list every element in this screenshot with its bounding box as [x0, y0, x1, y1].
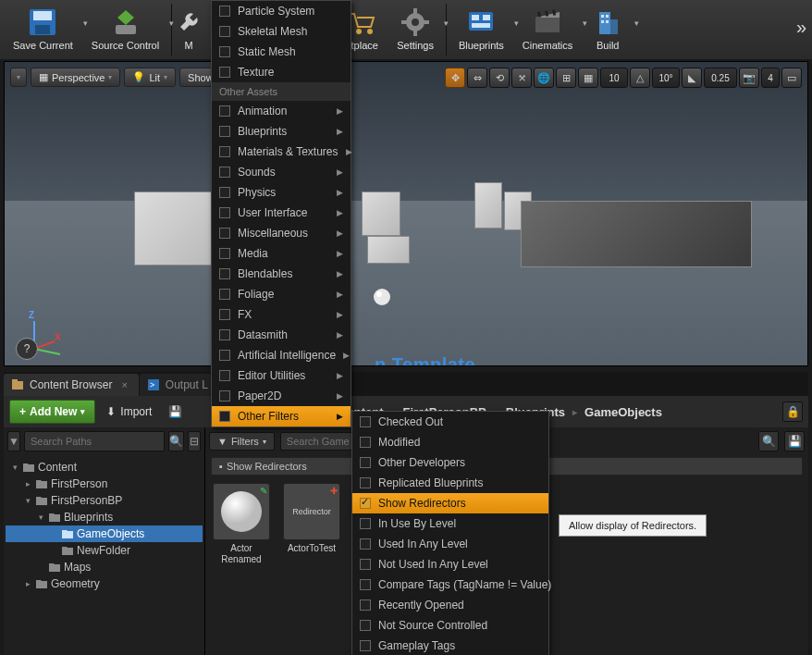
menu-item[interactable]: Used In Any Level: [352, 534, 548, 554]
menu-item[interactable]: Modified: [352, 432, 548, 452]
menu-item[interactable]: Static Mesh: [212, 42, 351, 62]
surface-snap-button[interactable]: ⊞: [556, 68, 576, 88]
menu-item[interactable]: Artificial Intelligence▶: [212, 345, 351, 365]
menu-item[interactable]: Physics▶: [212, 182, 351, 203]
asset-item[interactable]: Redirector✚ActorToTest: [281, 483, 342, 565]
tree-row-firstperson[interactable]: ▸FirstPerson: [6, 476, 203, 492]
menu-item[interactable]: Paper2D▶: [212, 386, 351, 406]
menu-item[interactable]: Foliage▶: [212, 284, 351, 304]
search-icon[interactable]: 🔍: [168, 431, 184, 451]
breadcrumb-item[interactable]: GameObjects: [584, 405, 662, 419]
perspective-button[interactable]: ▦Perspective▾: [31, 68, 120, 87]
menu-item[interactable]: User Interface▶: [212, 203, 351, 223]
chevron-down-icon[interactable]: ▾: [634, 19, 639, 28]
tree-row-firstpersonbp[interactable]: ▾FirstPersonBP: [6, 492, 203, 509]
close-icon[interactable]: ×: [121, 379, 127, 390]
checkbox-icon: [360, 437, 371, 448]
menu-item[interactable]: Recently Opened: [352, 595, 548, 615]
camera-speed-value[interactable]: 4: [761, 68, 780, 88]
tree-row-maps[interactable]: Maps: [6, 559, 203, 575]
menu-item[interactable]: Not Source Controlled: [352, 615, 548, 636]
chevron-right-icon: ▶: [343, 351, 350, 360]
lock-icon[interactable]: 🔒: [782, 402, 803, 422]
asset-item[interactable]: ✎Actor Renamed: [211, 483, 272, 565]
save-icon[interactable]: 💾: [784, 431, 805, 451]
menu-item[interactable]: Texture: [212, 62, 351, 82]
svg-rect-14: [483, 15, 490, 20]
expand-icon[interactable]: ⊟: [188, 431, 201, 451]
grid-snap-button[interactable]: ▦: [578, 68, 598, 88]
menu-item[interactable]: Show Redirectors: [352, 493, 548, 513]
lit-button[interactable]: 💡Lit▾: [124, 68, 176, 87]
save-all-button[interactable]: 💾: [163, 402, 188, 422]
disclosure-icon[interactable]: ▾: [36, 513, 45, 522]
menu-item[interactable]: In Use By Level: [352, 513, 548, 534]
checkbox-icon: [219, 46, 230, 57]
menu-item[interactable]: Skeletal Mesh: [212, 21, 351, 42]
tab-output-log[interactable]: > Output L: [140, 374, 219, 396]
menu-item[interactable]: Replicated Blueprints: [352, 473, 548, 493]
add-new-button[interactable]: +Add New▾: [9, 400, 95, 424]
chevron-down-icon[interactable]: ▾: [444, 19, 449, 28]
menu-item[interactable]: Compare Tags (TagName != Value): [352, 575, 548, 595]
menu-item[interactable]: FX▶: [212, 304, 351, 325]
scale-snap-button[interactable]: ◣: [682, 68, 702, 88]
tab-content-browser[interactable]: Content Browser×: [4, 374, 139, 396]
menu-item[interactable]: Editor Utilities▶: [212, 365, 351, 386]
svg-rect-31: [12, 381, 23, 389]
select-mode-button[interactable]: ✥: [445, 68, 465, 88]
grid-snap-value[interactable]: 10: [600, 68, 628, 88]
coord-space-button[interactable]: 🌐: [534, 68, 554, 88]
blueprints-button[interactable]: Blueprints ▾: [449, 2, 513, 55]
menu-item[interactable]: Materials & Textures▶: [212, 142, 351, 162]
disclosure-icon[interactable]: ▸: [23, 479, 32, 488]
disclosure-icon[interactable]: ▸: [23, 579, 32, 588]
cinematics-button[interactable]: Cinematics ▾: [513, 2, 582, 55]
import-button[interactable]: ⬇Import: [101, 402, 157, 422]
editor-viewport[interactable]: n Template ▾ ▦Perspective▾ 💡Lit▾ Show▾ ✥…: [4, 61, 808, 366]
translate-mode-button[interactable]: ⇔: [467, 68, 487, 88]
filters-button[interactable]: ▼Filters▾: [209, 432, 275, 451]
disclosure-icon[interactable]: ▾: [23, 496, 32, 505]
menu-item[interactable]: Sounds▶: [212, 162, 351, 182]
build-button[interactable]: Build ▾: [582, 2, 634, 55]
overflow-icon[interactable]: »: [796, 17, 806, 38]
menu-item[interactable]: Other Developers: [352, 452, 548, 473]
camera-speed-button[interactable]: 📷: [739, 68, 759, 88]
menu-item[interactable]: Blendables▶: [212, 264, 351, 284]
tooltip: Allow display of Redirectors.: [559, 514, 707, 537]
maximize-viewport-button[interactable]: ▭: [781, 68, 802, 88]
source-control-button[interactable]: Source Control ▾: [82, 2, 168, 55]
filter-icon[interactable]: ▼: [7, 431, 20, 451]
rotate-mode-button[interactable]: ⟲: [489, 68, 510, 88]
tree-row-content[interactable]: ▾Content: [6, 459, 203, 476]
save-button[interactable]: Save Current ▾: [4, 2, 82, 55]
menu-item[interactable]: Gameplay Tags: [352, 636, 548, 655]
svg-rect-11: [424, 20, 429, 24]
menu-item[interactable]: Checked Out: [352, 412, 548, 432]
menu-item[interactable]: Datasmith▶: [212, 325, 351, 345]
disclosure-icon[interactable]: ▾: [10, 463, 19, 472]
scale-mode-button[interactable]: ⤧: [511, 68, 532, 88]
settings-button[interactable]: Settings ▾: [388, 2, 443, 55]
modes-button[interactable]: M: [175, 2, 203, 55]
menu-item[interactable]: Media▶: [212, 243, 351, 264]
scale-snap-value[interactable]: 0.25: [704, 68, 737, 88]
viewport-options-button[interactable]: ▾: [10, 68, 27, 87]
menu-item[interactable]: Particle System: [212, 1, 351, 21]
tree-row-blueprints[interactable]: ▾Blueprints: [6, 509, 203, 525]
menu-item-other-filters[interactable]: Other Filters▶: [212, 406, 351, 426]
angle-snap-button[interactable]: △: [630, 68, 650, 88]
search-paths-input[interactable]: [24, 431, 165, 451]
search-icon[interactable]: 🔍: [758, 431, 779, 451]
menu-item[interactable]: Miscellaneous▶: [212, 223, 351, 243]
svg-rect-15: [472, 23, 490, 28]
viewport-help-button[interactable]: ?: [16, 338, 38, 360]
tree-row-gameobjects[interactable]: GameObjects: [6, 525, 203, 542]
menu-item[interactable]: Animation▶: [212, 101, 351, 121]
menu-item[interactable]: Not Used In Any Level: [352, 554, 548, 575]
tree-row-geometry[interactable]: ▸Geometry: [6, 575, 203, 592]
angle-snap-value[interactable]: 10°: [652, 68, 680, 88]
tree-row-newfolder[interactable]: NewFolder: [6, 542, 203, 559]
menu-item[interactable]: Blueprints▶: [212, 121, 351, 142]
